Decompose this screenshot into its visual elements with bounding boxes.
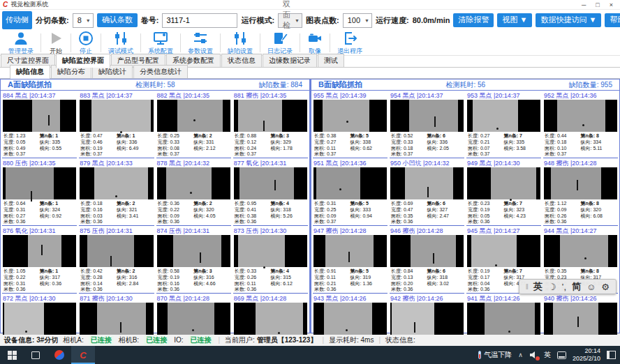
defect-cell[interactable]: 947 擦伤 |20:14:28 长度: 0.91宽度: 0.11面积: 0.2…: [313, 226, 388, 294]
action-stop-button[interactable]: 停止: [71, 31, 101, 55]
defect-snapshot-image[interactable]: [313, 235, 387, 267]
defect-cell[interactable]: 875 压伤 |20:14:31 长度: 0.42宽度: 0.28面积: 0.1…: [79, 226, 154, 294]
defect-snapshot-image[interactable]: [234, 100, 307, 132]
defect-snapshot-image[interactable]: [234, 235, 307, 267]
defect-cell[interactable]: 946 擦伤 |20:14:28 长度: 0.84宽度: 0.13面积: 0.2…: [390, 226, 464, 294]
defect-cell-header[interactable]: 945 黑点 |20:14:27: [466, 226, 541, 235]
main-tab-5[interactable]: 边缘数据记录: [263, 54, 317, 67]
defect-snapshot-image[interactable]: [390, 235, 464, 267]
action-sliders-horizontal-button[interactable]: 参数设置: [181, 31, 220, 55]
data-quick-access-button[interactable]: 数据快捷访问 ▼: [536, 13, 601, 26]
drive-side-button[interactable]: 传动侧: [2, 11, 32, 29]
defect-snapshot-image[interactable]: [80, 100, 153, 132]
defect-snapshot-image[interactable]: [544, 100, 617, 132]
roll-number-input[interactable]: [162, 13, 237, 28]
defect-snapshot-image[interactable]: [313, 167, 387, 199]
tray-expand-button[interactable]: ∧: [518, 351, 523, 358]
defect-snapshot-image[interactable]: [390, 100, 464, 132]
defect-cell-header[interactable]: 875 压伤 |20:14:31: [79, 226, 154, 235]
taskbar-app[interactable]: [47, 346, 71, 364]
close-button[interactable]: ×: [610, 1, 613, 8]
defect-snapshot-image[interactable]: [467, 303, 540, 335]
task-view-button[interactable]: [24, 346, 47, 364]
defect-cell-header[interactable]: 877 氧化 |20:14:31: [233, 158, 308, 167]
defect-cell-header[interactable]: 870 黑点 |20:14:28: [156, 294, 231, 303]
confirm-count-button[interactable]: 确认条数: [97, 13, 138, 26]
main-tab-6[interactable]: 测试: [318, 54, 344, 67]
ime-halfmoon-icon[interactable]: ☽: [548, 282, 556, 292]
defect-cell[interactable]: 874 压伤 |20:14:31 长度: 0.58宽度: 0.19面积: 0.1…: [156, 226, 231, 294]
sub-tab-3[interactable]: 分类信息统计: [133, 65, 188, 78]
minimize-button[interactable]: ─: [582, 1, 586, 8]
action-exit-button[interactable]: 退出程序: [330, 31, 369, 55]
defect-cell-header[interactable]: 948 擦伤 |20:14:28: [543, 158, 618, 167]
start-button[interactable]: [0, 346, 24, 364]
ime-punctuation-toggle[interactable]: ’,: [562, 282, 567, 292]
taskbar-active-app[interactable]: C: [71, 346, 95, 364]
defect-cell-header[interactable]: 949 黑点 |20:14:30: [466, 158, 541, 167]
defect-cell-header[interactable]: 871 擦伤 |20:14:30: [79, 294, 154, 303]
defect-cell-header[interactable]: 942 擦伤 |20:14:26: [390, 294, 464, 303]
defect-cell-header[interactable]: 873 压伤 |20:14:30: [233, 226, 308, 235]
defect-snapshot-image[interactable]: [3, 303, 76, 335]
defect-cell[interactable]: 881 擦伤 |20:14:35 长度: 0.88宽度: 0.12面积: 0.2…: [233, 91, 308, 158]
defect-cell-header[interactable]: 946 擦伤 |20:14:28: [390, 226, 464, 235]
defect-cell-header[interactable]: 884 黑点 |20:14:37: [2, 91, 77, 100]
volume-button[interactable]: [529, 351, 538, 359]
defect-cell-header[interactable]: 951 黑点 |20:14:36: [313, 158, 388, 167]
defect-snapshot-image[interactable]: [157, 100, 230, 132]
defect-cell-header[interactable]: 953 黑点 |20:14:37: [466, 91, 541, 100]
defect-cell[interactable]: 883 黑点 |20:14:37 长度: 0.47宽度: 0.46面积: 0.1…: [79, 91, 154, 158]
defect-snapshot-image[interactable]: [234, 303, 307, 335]
action-play-button[interactable]: 开始: [41, 31, 71, 55]
defect-snapshot-image[interactable]: [234, 167, 307, 199]
defect-cell-header[interactable]: 950 小凹坑 |20:14:32: [390, 158, 464, 167]
action-camera-button[interactable]: 取像: [300, 31, 330, 55]
defect-cell[interactable]: 878 黑点 |20:14:32 长度: 0.36宽度: 0.22面积: 0.0…: [156, 158, 231, 226]
taskbar-clock[interactable]: 20:14 2025/2/10: [573, 347, 600, 363]
defect-cell[interactable]: 950 小凹坑 |20:14:32 长度: 0.69宽度: 0.47面积: 0.…: [390, 158, 464, 226]
defect-cell-header[interactable]: 882 黑点 |20:14:35: [156, 91, 231, 100]
language-indicator[interactable]: 英: [544, 350, 551, 360]
defect-cell[interactable]: 949 黑点 |20:14:30 长度: 0.23宽度: 0.19面积: 0.0…: [466, 158, 541, 226]
defect-snapshot-image[interactable]: [313, 303, 387, 335]
defect-snapshot-image[interactable]: [313, 100, 387, 132]
defect-cell-header[interactable]: 947 擦伤 |20:14:28: [313, 226, 388, 235]
defect-cell-header[interactable]: 881 擦伤 |20:14:35: [233, 91, 308, 100]
action-user-button[interactable]: 管理登录: [1, 31, 40, 55]
action-sliders-vertical-button[interactable]: 调试模式: [101, 31, 140, 55]
defect-snapshot-image[interactable]: [544, 167, 617, 199]
defect-cell-header[interactable]: 943 黑点 |20:14:26: [313, 294, 388, 303]
defect-snapshot-image[interactable]: [157, 235, 230, 267]
defect-snapshot-image[interactable]: [80, 235, 153, 267]
run-mode-select[interactable]: 双面检测 ▼: [278, 13, 302, 28]
defect-cell-header[interactable]: 940 擦伤 |20:14:26: [543, 294, 618, 303]
defect-cell[interactable]: 884 黑点 |20:14:37 长度: 1.23宽度: 0.05面积: 0.4…: [2, 91, 77, 158]
defect-cell[interactable]: 880 压伤 |20:14:35 长度: 0.64宽度: 0.31面积: 0.2…: [2, 158, 77, 226]
defect-cell-header[interactable]: 880 压伤 |20:14:35: [2, 158, 77, 167]
defect-cell-header[interactable]: 954 黑点 |20:14:37: [390, 91, 464, 100]
defect-snapshot-image[interactable]: [467, 167, 540, 199]
defect-cell[interactable]: 954 黑点 |20:14:37 长度: 0.52宽度: 0.33面积: 0.1…: [390, 91, 464, 158]
defect-snapshot-image[interactable]: [544, 303, 617, 335]
ime-emoji-button[interactable]: ☺: [586, 282, 596, 292]
defect-cell[interactable]: 873 压伤 |20:14:30 长度: 0.33宽度: 0.26面积: 0.1…: [233, 226, 308, 294]
defect-cell[interactable]: 955 黑点 |20:14:39 长度: 0.38宽度: 0.27面积: 0.1…: [313, 91, 388, 158]
maximize-button[interactable]: □: [596, 1, 599, 8]
chart-points-select[interactable]: 100 ▼: [343, 13, 372, 28]
defect-cell-header[interactable]: 869 黑点 |20:14:28: [233, 294, 308, 303]
defect-cell[interactable]: 877 氧化 |20:14:31 长度: 0.95宽度: 0.41面积: 0.3…: [233, 158, 308, 226]
action-log-book-button[interactable]: 日志记录: [260, 31, 300, 55]
action-monitor-button[interactable]: 系统配置: [141, 31, 180, 55]
view-menu-button[interactable]: 视图 ▼: [497, 13, 532, 26]
defect-cell[interactable]: 952 黑点 |20:14:36 长度: 0.44宽度: 0.18面积: 0.1…: [543, 91, 618, 158]
ime-simplified-toggle[interactable]: 简: [572, 280, 581, 293]
defect-cell-header[interactable]: 876 氧化 |20:14:31: [2, 226, 77, 235]
main-tab-4[interactable]: 状态信息: [221, 54, 262, 67]
defect-cell-header[interactable]: 872 黑点 |20:14:30: [2, 294, 77, 303]
defect-snapshot-image[interactable]: [3, 235, 76, 267]
defect-cell-header[interactable]: 955 黑点 |20:14:39: [313, 91, 388, 100]
sub-tab-0[interactable]: 缺陷信息: [10, 65, 50, 79]
defect-cell[interactable]: 953 黑点 |20:14:37 长度: 0.27宽度: 0.21面积: 0.0…: [466, 91, 541, 158]
defect-snapshot-image[interactable]: [157, 167, 230, 199]
